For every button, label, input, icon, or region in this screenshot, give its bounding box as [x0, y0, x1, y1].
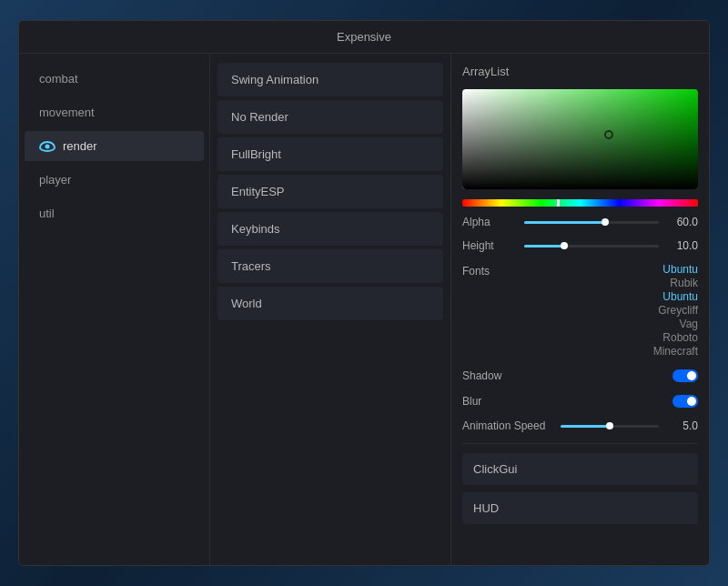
title-bar: Expensive [19, 21, 709, 54]
blur-toggle[interactable] [672, 395, 698, 408]
animation-speed-value: 5.0 [666, 419, 698, 432]
alpha-thumb [602, 218, 609, 226]
sidebar-item-player[interactable]: player [25, 165, 204, 195]
movement-label: movement [39, 106, 95, 119]
height-value: 10.0 [666, 239, 698, 252]
sidebar-item-combat[interactable]: combat [25, 64, 204, 94]
sidebar-item-util[interactable]: util [25, 198, 204, 228]
menu-item-fullbright[interactable]: FullBright [217, 137, 443, 171]
menu-item-no-render[interactable]: No Render [217, 100, 443, 134]
menu-item-keybinds[interactable]: Keybinds [217, 212, 443, 246]
shadow-label: Shadow [462, 369, 501, 382]
color-cursor [604, 130, 613, 139]
menu-item-tracers[interactable]: Tracers [217, 249, 443, 283]
combat-label: combat [39, 72, 78, 86]
height-thumb [561, 242, 568, 249]
shadow-row: Shadow [462, 367, 698, 385]
font-option-vag[interactable]: Vag [680, 318, 698, 330]
sidebar: combat movement render player util [19, 54, 210, 565]
sidebar-item-movement[interactable]: movement [25, 97, 204, 127]
alpha-value: 60.0 [666, 216, 698, 228]
animation-speed-row: Animation Speed 5.0 [462, 418, 698, 434]
height-label: Height [462, 239, 517, 252]
fonts-label: Fonts [462, 265, 490, 278]
util-label: util [39, 207, 55, 220]
font-option-rubik[interactable]: Rubik [670, 277, 698, 289]
hud-section[interactable]: HUD [462, 492, 698, 524]
menu-item-swing-animation[interactable]: Swing Animation [217, 63, 443, 96]
hud-label: HUD [473, 501, 499, 515]
font-option-minecraft[interactable]: Minecraft [653, 345, 698, 358]
fonts-section: Fonts Ubuntu Rubik Ubuntu Greycliff Vag … [462, 261, 698, 359]
font-option-greycliff[interactable]: Greycliff [658, 304, 698, 317]
menu-item-world[interactable]: World [217, 287, 443, 320]
fonts-list: Ubuntu Rubik Ubuntu Greycliff Vag Roboto… [653, 263, 698, 358]
font-option-ubuntu2[interactable]: Ubuntu [662, 290, 698, 303]
font-option-roboto[interactable]: Roboto [662, 331, 698, 344]
rainbow-bar[interactable] [462, 199, 698, 207]
shadow-toggle[interactable] [672, 369, 698, 382]
divider-1 [462, 443, 698, 444]
render-label: render [63, 139, 97, 153]
animation-speed-slider[interactable] [561, 425, 659, 428]
array-list-label: ArrayList [462, 63, 698, 82]
animation-speed-label: Animation Speed [462, 419, 553, 432]
blur-row: Blur [462, 392, 698, 410]
height-fill [524, 245, 564, 248]
eye-icon [39, 141, 56, 152]
right-panel: ArrayList Alpha 60.0 Height [451, 54, 709, 565]
font-option-ubuntu1[interactable]: Ubuntu [662, 263, 698, 276]
animation-speed-fill [561, 425, 610, 428]
main-window: Expensive combat movement render player … [18, 20, 710, 566]
sidebar-item-render[interactable]: render [25, 131, 204, 161]
alpha-label: Alpha [462, 216, 517, 228]
rainbow-cursor [557, 199, 560, 207]
alpha-slider[interactable] [524, 221, 659, 224]
clickgui-section[interactable]: ClickGui [462, 453, 698, 485]
color-picker[interactable] [462, 89, 698, 189]
window-title: Expensive [337, 30, 391, 44]
height-row: Height 10.0 [462, 237, 698, 254]
menu-item-entity-esp[interactable]: EntityESP [217, 175, 443, 208]
height-slider[interactable] [524, 245, 659, 248]
alpha-fill [524, 221, 605, 224]
player-label: player [39, 173, 71, 187]
middle-panel: Swing Animation No Render FullBright Ent… [210, 54, 451, 565]
clickgui-label: ClickGui [473, 462, 517, 476]
animation-speed-thumb [606, 422, 613, 429]
blur-label: Blur [462, 395, 481, 408]
alpha-row: Alpha 60.0 [462, 214, 698, 230]
